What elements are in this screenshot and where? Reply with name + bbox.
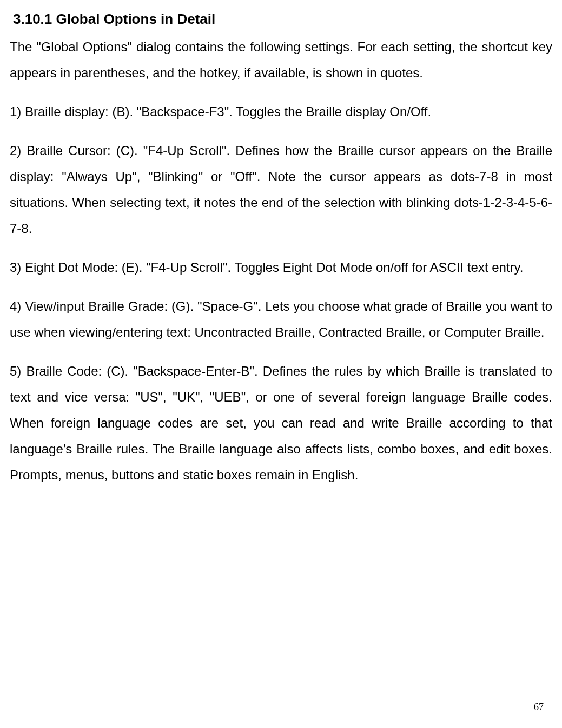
section-heading: 3.10.1 Global Options in Detail	[13, 11, 552, 28]
page-number: 67	[534, 702, 544, 713]
option-item-2: 2) Braille Cursor: (C). "F4-Up Scroll". …	[10, 138, 552, 242]
option-item-4: 4) View/input Braille Grade: (G). "Space…	[10, 293, 552, 345]
intro-paragraph: The "Global Options" dialog contains the…	[10, 34, 552, 86]
option-item-1: 1) Braille display: (B). "Backspace-F3".…	[10, 99, 552, 125]
option-item-5: 5) Braille Code: (C). "Backspace-Enter-B…	[10, 358, 552, 488]
option-item-3: 3) Eight Dot Mode: (E). "F4-Up Scroll". …	[10, 255, 552, 280]
